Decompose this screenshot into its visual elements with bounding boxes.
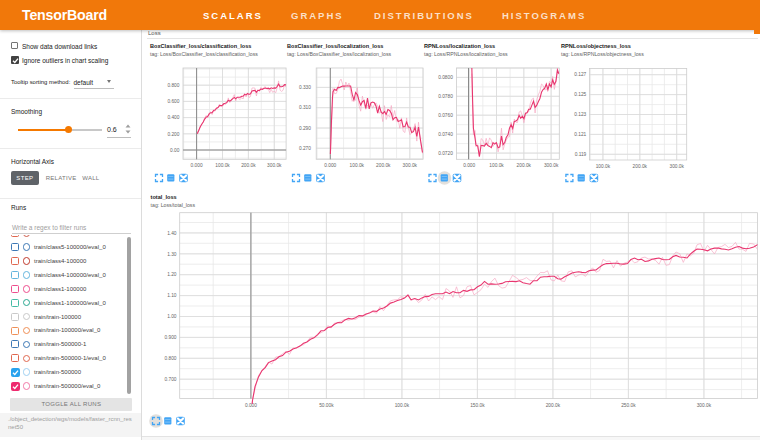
svg-text:0.000: 0.000 [463,163,475,168]
svg-text:0.800: 0.800 [164,356,176,361]
svg-text:0.0800: 0.0800 [438,75,453,80]
svg-text:200.0k: 200.0k [517,163,532,168]
svg-text:1.30: 1.30 [167,252,177,257]
svg-text:200.0k: 200.0k [546,403,561,408]
svg-text:150.0k: 150.0k [470,403,485,408]
svg-text:100.0k: 100.0k [350,163,365,168]
svg-text:300.0k: 300.0k [669,164,684,169]
svg-text:100.0k: 100.0k [596,164,611,169]
svg-text:100.0k: 100.0k [489,163,504,168]
svg-text:0.000: 0.000 [324,163,336,168]
svg-text:300.0k: 300.0k [544,163,559,168]
svg-text:100.0k: 100.0k [215,163,230,168]
svg-text:0.310: 0.310 [299,105,311,110]
svg-text:0.900: 0.900 [164,335,176,340]
svg-text:0.127: 0.127 [574,72,586,77]
svg-text:0.121: 0.121 [574,132,586,137]
svg-text:0.0720: 0.0720 [438,151,453,156]
svg-text:0.0760: 0.0760 [438,113,453,118]
svg-text:0.330: 0.330 [299,85,311,90]
svg-text:1.10: 1.10 [167,293,177,298]
svg-text:50.00k: 50.00k [319,403,334,408]
svg-text:0.000: 0.000 [245,403,257,408]
svg-text:100.0k: 100.0k [395,403,410,408]
svg-text:0.0740: 0.0740 [438,132,453,137]
svg-text:1.40: 1.40 [167,231,177,236]
svg-text:0.600: 0.600 [167,99,179,104]
svg-text:0.700: 0.700 [164,377,176,382]
svg-text:0.270: 0.270 [299,146,311,151]
svg-text:250.0k: 250.0k [621,403,636,408]
svg-text:0.000: 0.000 [191,163,203,168]
svg-text:0.0780: 0.0780 [438,94,453,99]
svg-text:0.800: 0.800 [167,83,179,88]
svg-text:200.0k: 200.0k [633,164,648,169]
svg-text:300.0k: 300.0k [403,163,418,168]
svg-text:300.0k: 300.0k [267,163,282,168]
svg-text:300.0k: 300.0k [697,403,712,408]
svg-text:0.123: 0.123 [574,112,586,117]
svg-text:0.119: 0.119 [575,152,587,157]
svg-text:200.0k: 200.0k [376,163,391,168]
svg-text:0.125: 0.125 [574,92,586,97]
svg-text:0.400: 0.400 [167,115,179,120]
svg-text:200.0k: 200.0k [241,163,256,168]
svg-text:0.290: 0.290 [299,126,311,131]
svg-text:1.20: 1.20 [167,272,177,277]
svg-text:0.00: 0.00 [170,148,180,153]
svg-text:0.200: 0.200 [167,132,179,137]
svg-text:1.00: 1.00 [167,314,177,319]
